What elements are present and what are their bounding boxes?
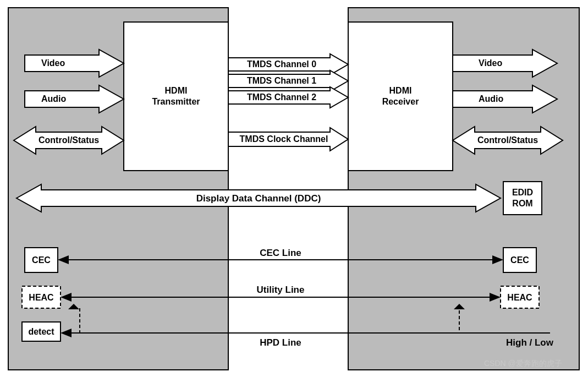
edid-rom-box bbox=[503, 182, 542, 215]
cec-line-label: CEC Line bbox=[260, 248, 301, 258]
hdmi-transmitter-label2: Transmitter bbox=[152, 97, 200, 106]
output-label-audio: Audio bbox=[479, 94, 504, 103]
hdmi-transmitter-label1: HDMI bbox=[165, 86, 188, 95]
heac-label-left: HEAC bbox=[29, 293, 54, 302]
ddc-label: Display Data Channel (DDC) bbox=[196, 193, 321, 204]
watermark: CSDN @爱奔跑的虎子 bbox=[484, 359, 562, 368]
edid-label-1: EDID bbox=[512, 188, 533, 197]
hpd-level-label: High / Low bbox=[506, 337, 554, 348]
hdmi-diagram: HDMI Transmitter HDMI Receiver Video Aud… bbox=[0, 0, 588, 377]
hpd-line-label: HPD Line bbox=[260, 337, 301, 348]
input-label-control: Control/Status bbox=[39, 135, 99, 145]
cec-label-right: CEC bbox=[510, 255, 529, 265]
output-label-video: Video bbox=[479, 58, 503, 68]
tmds-channel-2: TMDS Channel 2 bbox=[228, 87, 348, 108]
output-label-control: Control/Status bbox=[477, 135, 538, 145]
edid-label-2: ROM bbox=[512, 199, 532, 208]
utility-line-label: Utility Line bbox=[257, 285, 305, 295]
tmds-clock-channel: TMDS Clock Channel bbox=[228, 128, 348, 151]
hdmi-receiver-label1: HDMI bbox=[389, 86, 412, 95]
tmds-clock-label: TMDS Clock Channel bbox=[240, 134, 328, 144]
tmds-label-1: TMDS Channel 1 bbox=[247, 76, 316, 85]
tmds-label-0: TMDS Channel 0 bbox=[247, 59, 316, 69]
input-label-audio: Audio bbox=[41, 94, 67, 103]
cec-label-left: CEC bbox=[32, 255, 51, 265]
tmds-label-2: TMDS Channel 2 bbox=[247, 92, 316, 102]
hdmi-receiver-label2: Receiver bbox=[382, 97, 419, 106]
heac-label-right: HEAC bbox=[507, 293, 532, 302]
detect-label: detect bbox=[28, 327, 54, 336]
hdmi-transmitter-box bbox=[124, 22, 228, 171]
hdmi-receiver-box bbox=[348, 22, 453, 171]
input-label-video: Video bbox=[41, 58, 65, 68]
